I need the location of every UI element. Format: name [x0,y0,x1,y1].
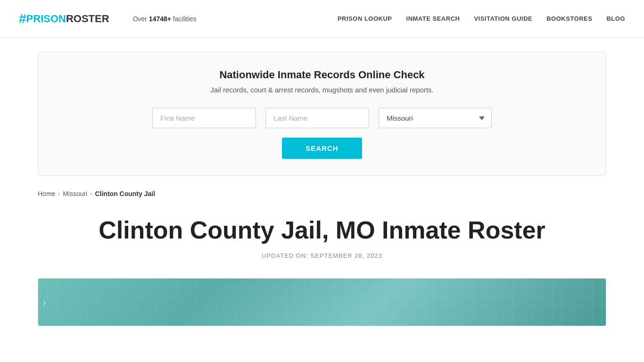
search-button-row: SEARCH [57,138,587,159]
page-updated: UPDATED ON: SEPTEMBER 28, 2023 [38,252,606,259]
search-panel: Nationwide Inmate Records Online Check J… [38,52,606,176]
page-title: Clinton County Jail, MO Inmate Roster [38,216,606,245]
facilities-count: Over 14748+ facilities [133,15,197,23]
site-logo[interactable]: # PRISON ROSTER [19,11,109,26]
breadcrumb-separator-1: › [58,190,60,197]
content-card: › [38,278,606,326]
main-nav: PRISON LOOKUP INMATE SEARCH VISITATION G… [338,15,625,22]
map-arrow-icon: › [43,296,46,307]
nav-prison-lookup[interactable]: PRISON LOOKUP [338,15,392,22]
search-form: Missouri Alabama Alaska Arizona Arkansas… [57,108,587,128]
breadcrumb-home[interactable]: Home [38,190,55,197]
search-button[interactable]: SEARCH [282,138,362,159]
search-panel-subtitle: Jail records, court & arrest records, mu… [57,86,587,94]
map-preview: › [38,279,606,326]
breadcrumb-current: Clinton County Jail [95,190,155,197]
nav-visitation-guide[interactable]: VISITATION GUIDE [474,15,532,22]
site-header: # PRISON ROSTER Over 14748+ facilities P… [0,0,644,38]
logo-roster: ROSTER [66,13,109,25]
page-title-section: Clinton County Jail, MO Inmate Roster UP… [0,197,644,269]
search-panel-title: Nationwide Inmate Records Online Check [57,69,587,81]
breadcrumb-state[interactable]: Missouri [63,190,87,197]
nav-blog[interactable]: BLOG [606,15,625,22]
nav-bookstores[interactable]: BOOKSTORES [546,15,592,22]
breadcrumb: Home › Missouri › Clinton County Jail [0,190,644,197]
logo-prison: PRISON [26,13,66,25]
first-name-input[interactable] [152,108,256,128]
breadcrumb-separator-2: › [90,190,92,197]
last-name-input[interactable] [265,108,369,128]
state-select[interactable]: Missouri Alabama Alaska Arizona Arkansas… [379,108,492,128]
nav-inmate-search[interactable]: INMATE SEARCH [406,15,460,22]
logo-hash: # [19,11,26,26]
